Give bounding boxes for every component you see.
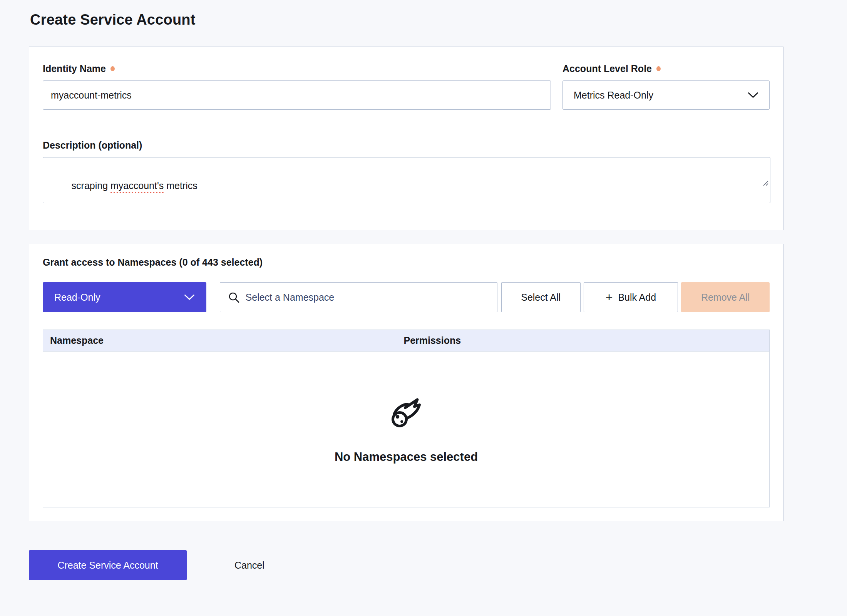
page-title: Create Service Account	[30, 12, 847, 28]
description-label: Description (optional)	[43, 140, 770, 151]
namespace-access-card: Grant access to Namespaces (0 of 443 sel…	[29, 244, 783, 521]
permissions-column-header: Permissions	[403, 335, 769, 346]
create-service-account-button[interactable]: Create Service Account	[29, 550, 187, 580]
account-level-role-select[interactable]: Metrics Read-Only	[562, 80, 770, 110]
plus-icon: +	[606, 291, 613, 303]
namespace-column-header: Namespace	[43, 335, 403, 346]
create-service-account-page: Create Service Account Identity Name Acc…	[0, 0, 847, 616]
permission-role-dropdown[interactable]: Read-Only	[43, 282, 206, 312]
chevron-down-icon	[748, 90, 758, 101]
empty-state-message: No Namespaces selected	[335, 450, 478, 464]
form-actions: Create Service Account Cancel	[29, 550, 847, 580]
namespace-table-empty-state: No Namespaces selected	[43, 352, 770, 507]
misspelled-word: myaccount's	[110, 180, 164, 191]
identity-name-input[interactable]	[43, 80, 551, 110]
account-level-role-label: Account Level Role	[562, 63, 770, 74]
namespace-toolbar: Read-Only Select All + Bulk Add Remove A…	[43, 282, 770, 312]
service-account-details-card: Identity Name Account Level Role Metrics…	[29, 47, 783, 230]
namespace-table: Namespace Permissions No Namespaces sele…	[43, 330, 770, 507]
resize-handle-icon[interactable]	[736, 164, 769, 202]
permission-role-value: Read-Only	[54, 292, 100, 303]
namespace-table-header: Namespace Permissions	[43, 330, 770, 352]
remove-all-button[interactable]: Remove All	[681, 282, 770, 312]
required-dot-icon	[110, 66, 115, 71]
select-all-button[interactable]: Select All	[501, 282, 581, 312]
namespaces-heading: Grant access to Namespaces (0 of 443 sel…	[43, 257, 770, 268]
cancel-button[interactable]: Cancel	[232, 559, 267, 571]
required-dot-icon	[656, 66, 661, 71]
description-textarea[interactable]: scraping myaccount's metrics	[43, 157, 770, 203]
namespace-search-input[interactable]	[220, 282, 497, 312]
comet-icon	[385, 395, 428, 435]
chevron-down-icon	[184, 292, 195, 303]
bulk-add-button[interactable]: + Bulk Add	[584, 282, 678, 312]
account-level-role-value: Metrics Read-Only	[574, 90, 653, 101]
identity-name-label: Identity Name	[43, 63, 551, 74]
